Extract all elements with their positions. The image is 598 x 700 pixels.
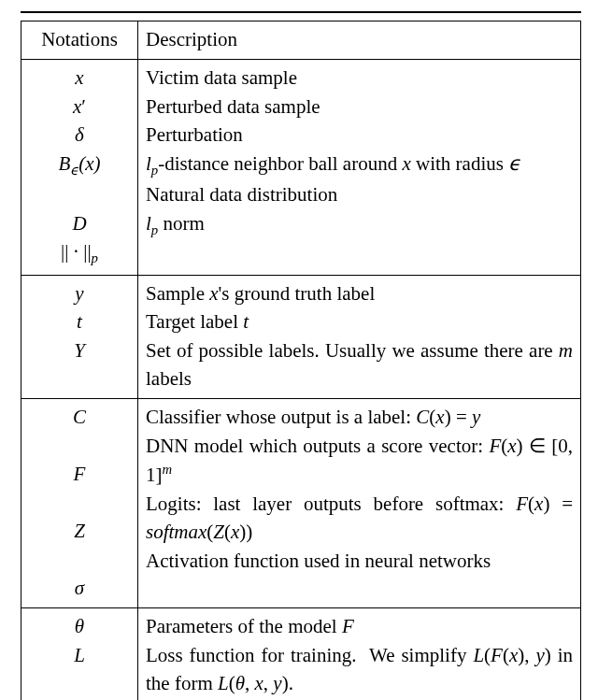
notation-sym: σ <box>75 574 84 602</box>
notation-sym: L <box>74 641 85 669</box>
table-header-row: Notations Description <box>21 21 581 60</box>
notation-sym: Bϵ(x) <box>58 150 100 181</box>
table-row: C F Z σ Classifier whose output is a lab… <box>21 399 581 608</box>
description-text: Logits: last layer outputs before softma… <box>146 490 573 547</box>
notation-sym <box>77 364 81 393</box>
table-row: θ L Parameters of the model F Loss funct… <box>21 608 581 700</box>
description-text: Victim data sample <box>146 64 573 92</box>
notation-sym: θ <box>75 612 84 640</box>
description-text: Parameters of the model F <box>146 612 573 640</box>
description-text: Classifier whose output is a label: C(x)… <box>146 403 573 431</box>
description-cell: Parameters of the model F Loss function … <box>138 608 581 700</box>
notation-sym: t <box>77 307 82 336</box>
description-text: Loss function for training. We simplify … <box>146 641 573 698</box>
notation-sym <box>77 489 81 517</box>
description-cell: Sample x's ground truth label Target lab… <box>138 275 581 399</box>
notations-table: Notations Description x x′ δ Bϵ(x) D || … <box>21 21 581 700</box>
description-text: Set of possible labels. Usually we assum… <box>146 336 573 393</box>
notation-cell: y t Y <box>21 275 138 399</box>
description-text: Perturbed data sample <box>146 93 573 121</box>
description-text: Sample x's ground truth label <box>146 279 573 307</box>
page: Notations Description x x′ δ Bϵ(x) D || … <box>0 0 598 700</box>
description-text: DNN model which outputs a score vector: … <box>146 432 573 490</box>
description-text: lp norm <box>146 209 573 241</box>
description-text: Target label t <box>146 307 573 336</box>
notation-cell: θ L <box>21 608 138 700</box>
notation-sym: Y <box>74 336 85 364</box>
notation-sym <box>77 669 81 697</box>
notation-sym <box>77 546 81 574</box>
col-header-description: Description <box>138 21 581 60</box>
description-cell: Classifier whose output is a label: C(x)… <box>138 399 581 608</box>
notation-sym: || · ||p <box>61 237 98 269</box>
notation-sym: x <box>75 64 83 92</box>
notation-sym: δ <box>75 121 84 149</box>
notation-cell: x x′ δ Bϵ(x) D || · ||p <box>21 60 138 275</box>
description-text: lp-distance neighbor ball around x with … <box>146 150 573 181</box>
notation-sym: D <box>72 209 86 237</box>
description-cell: Victim data sample Perturbed data sample… <box>138 60 581 275</box>
top-rule <box>21 11 581 13</box>
notation-cell: C F Z σ <box>21 399 138 608</box>
notation-sym: C <box>73 403 86 431</box>
description-text: Natural data distribution <box>146 180 573 208</box>
notation-sym <box>77 432 81 460</box>
notation-sym: y <box>75 279 83 307</box>
table-row: y t Y Sample x's ground truth label Targ… <box>21 275 581 399</box>
description-text: Activation function used in neural netwo… <box>146 547 573 575</box>
notation-sym: x′ <box>73 93 86 121</box>
notation-sym: Z <box>74 517 85 545</box>
notation-sym <box>77 180 81 208</box>
col-header-notations: Notations <box>21 21 138 60</box>
table-row: x x′ δ Bϵ(x) D || · ||p Victim data samp… <box>21 60 581 275</box>
description-text: Perturbation <box>146 121 573 149</box>
notation-sym: F <box>74 460 86 488</box>
